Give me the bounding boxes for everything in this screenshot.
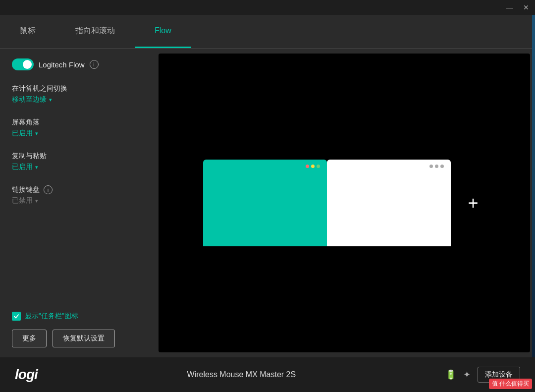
screen-corner-value: 已启用	[12, 129, 33, 138]
logitech-flow-info-icon[interactable]: i	[90, 60, 99, 69]
copy-paste-label: 复制与粘贴	[12, 152, 142, 161]
logitech-flow-label: Logitech Flow	[39, 60, 85, 69]
watermark: 值 什么值得买	[489, 379, 532, 389]
tab-pointing[interactable]: 指向和滚动	[55, 15, 135, 48]
screens-container: +	[203, 160, 485, 246]
link-keyboard-label: 链接键盘	[12, 185, 40, 194]
main-content: Logitech Flow i 在计算机之间切换 移动至边缘 ▾ 屏幕角落 已启…	[0, 49, 535, 357]
dot-gray-1	[429, 165, 433, 168]
screen-corner-chevron-icon: ▾	[35, 130, 38, 137]
screen-card-1[interactable]	[203, 160, 327, 246]
switch-mode-chevron-icon: ▾	[49, 97, 52, 103]
logi-logo: logi	[15, 367, 38, 383]
link-keyboard-section: 链接键盘 i 已禁用 ▾	[12, 185, 142, 205]
minimize-button[interactable]: —	[504, 3, 515, 11]
dot-gray-2	[435, 165, 438, 168]
tab-flow[interactable]: Flow	[135, 15, 191, 48]
copy-paste-dropdown[interactable]: 已启用 ▾	[12, 163, 142, 171]
nav-tabs: 鼠标 指向和滚动 Flow	[0, 15, 535, 49]
dot-green-1	[317, 165, 320, 168]
bluetooth-icon: ✦	[463, 369, 471, 380]
footer: logi Wireless Mouse MX Master 2S 🔋 ✦ 添加设…	[0, 357, 535, 392]
link-keyboard-chevron-icon: ▾	[35, 198, 38, 204]
taskbar-checkbox-label: 显示"任务栏"图标	[25, 312, 78, 321]
more-button[interactable]: 更多	[12, 330, 47, 347]
add-screen-button[interactable]: +	[461, 191, 485, 216]
sidebar-bottom: 显示"任务栏"图标 更多 恢复默认设置	[12, 312, 142, 347]
screen-corner-dropdown[interactable]: 已启用 ▾	[12, 129, 142, 138]
right-edge-decoration	[532, 15, 535, 357]
screen-2-dots	[429, 165, 444, 168]
link-keyboard-info-icon[interactable]: i	[44, 185, 53, 194]
taskbar-checkbox[interactable]	[12, 312, 21, 321]
copy-paste-chevron-icon: ▾	[35, 164, 38, 170]
center-panel: +	[159, 54, 530, 352]
dot-gray-3	[440, 165, 444, 168]
sidebar: Logitech Flow i 在计算机之间切换 移动至边缘 ▾ 屏幕角落 已启…	[0, 49, 154, 357]
screen-1-dots	[306, 165, 320, 168]
logitech-flow-row: Logitech Flow i	[12, 58, 142, 70]
link-keyboard-value: 已禁用	[12, 196, 33, 205]
tab-mouse[interactable]: 鼠标	[0, 15, 55, 48]
screen-corner-section: 屏幕角落 已启用 ▾	[12, 118, 142, 138]
dot-red-1	[306, 165, 309, 168]
switch-mode-dropdown[interactable]: 移动至边缘 ▾	[12, 95, 142, 104]
switch-between-section: 在计算机之间切换 移动至边缘 ▾	[12, 84, 142, 104]
switch-mode-value: 移动至边缘	[12, 95, 47, 104]
dot-yellow-1	[311, 165, 315, 168]
battery-icon: 🔋	[445, 369, 456, 380]
reset-button[interactable]: 恢复默认设置	[53, 330, 115, 347]
screen-card-2[interactable]	[327, 160, 451, 246]
logitech-flow-toggle[interactable]	[12, 58, 34, 70]
screen-corner-label: 屏幕角落	[12, 118, 142, 127]
taskbar-checkbox-row: 显示"任务栏"图标	[12, 312, 142, 321]
close-button[interactable]: ✕	[521, 3, 531, 11]
switch-between-label: 在计算机之间切换	[12, 84, 142, 93]
link-keyboard-dropdown[interactable]: 已禁用 ▾	[12, 196, 142, 205]
buttons-row: 更多 恢复默认设置	[12, 330, 142, 347]
title-bar: — ✕	[0, 0, 535, 15]
copy-paste-value: 已启用	[12, 163, 33, 171]
device-name: Wireless Mouse MX Master 2S	[187, 370, 296, 379]
copy-paste-section: 复制与粘贴 已启用 ▾	[12, 152, 142, 171]
